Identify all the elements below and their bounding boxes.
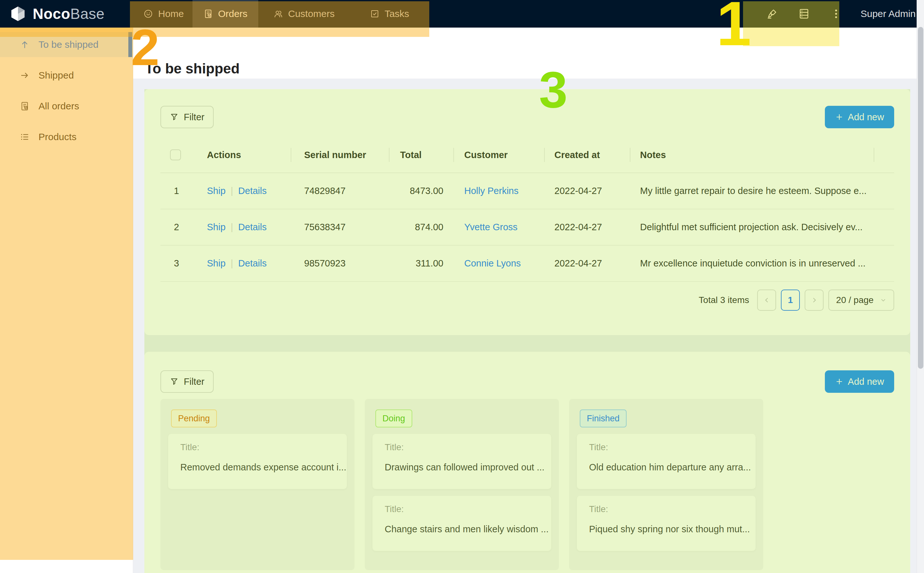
add-new-button-label: Add new (848, 112, 884, 122)
row-actions: Ship|Details (206, 186, 291, 196)
kanban-column-pending: Pending Title: Removed demands expense a… (160, 399, 355, 570)
card-title-value: Removed demands expense account i... (180, 462, 346, 473)
notes-cell: My little garret repair to desire he est… (631, 186, 874, 196)
status-badge-finished: Finished (580, 409, 627, 427)
ship-link[interactable]: Ship (207, 186, 226, 196)
pagination-page-1[interactable]: 1 (781, 290, 800, 311)
row-actions: Ship|Details (206, 222, 291, 232)
filter-button-label: Filter (184, 112, 204, 122)
add-new-button[interactable]: Add new (825, 106, 894, 128)
orders-table-block: Filter Add new Actions Serial number Tot… (144, 89, 910, 335)
sidebar-item-to-be-shipped[interactable]: To be shipped (0, 32, 133, 57)
details-link[interactable]: Details (238, 222, 267, 232)
card-title-value: Old education him departure any arra... (589, 462, 751, 473)
nocobase-logo-icon (9, 5, 26, 22)
select-all-checkbox[interactable] (170, 149, 181, 160)
column-header-created-at: Created at (545, 137, 631, 172)
navbar-right-actions: Super Admin (756, 0, 924, 28)
check-square-icon (370, 9, 380, 19)
kanban-card[interactable]: Title: Change stairs and men likely wisd… (372, 496, 551, 551)
page-header: To be shipped (0, 28, 924, 78)
sidebar: To be shipped Shipped All orders Product… (0, 28, 133, 573)
sidebar-item-all-orders[interactable]: All orders (0, 94, 133, 119)
action-divider: | (231, 258, 233, 269)
sidebar-item-label: All orders (39, 101, 79, 111)
tab-tasks[interactable]: Tasks (350, 0, 429, 28)
column-header-notes: Notes (631, 137, 874, 172)
sidebar-item-label: To be shipped (39, 39, 99, 50)
table-row: 1 Ship|Details 74829847 8473.00 Holly Pe… (160, 173, 894, 210)
row-index: 1 (160, 186, 206, 196)
sidebar-item-shipped[interactable]: Shipped (0, 63, 133, 88)
customer-cell: Yvette Gross (454, 222, 545, 232)
vertical-scrollbar-thumb[interactable] (918, 27, 923, 369)
kanban-card[interactable]: Title: Removed demands expense account i… (168, 434, 347, 489)
total-cell: 874.00 (389, 222, 454, 232)
card-title-value: Change stairs and men likely wisdom ... (385, 524, 549, 534)
tab-home-label: Home (158, 8, 184, 19)
page-size-select[interactable]: 20 / page (828, 290, 894, 311)
customer-cell: Connie Lyons (454, 258, 545, 269)
more-ellipsis-icon[interactable] (820, 8, 852, 20)
created-at-cell: 2022-04-27 (545, 258, 631, 269)
kanban-card[interactable]: Title: Drawings can followed improved ou… (372, 434, 551, 489)
top-navbar: NocoBase Home Orders (0, 0, 924, 28)
customer-link[interactable]: Holly Perkins (464, 186, 518, 196)
kanban-card[interactable]: Title: Piqued shy spring nor six though … (577, 496, 756, 551)
plus-icon (835, 377, 844, 386)
nocobase-logo[interactable]: NocoBase (0, 0, 135, 28)
details-link[interactable]: Details (238, 258, 267, 269)
card-title-value: Drawings can followed improved out ... (385, 462, 544, 473)
customer-cell: Holly Perkins (454, 186, 545, 196)
unordered-list-icon (20, 132, 30, 142)
row-index: 2 (160, 222, 206, 232)
filter-button[interactable]: Filter (160, 106, 214, 128)
notes-cell: Mr excellence inquietude conviction is i… (631, 258, 874, 269)
kanban-card[interactable]: Title: Old education him departure any a… (577, 434, 756, 489)
file-done-icon (20, 101, 30, 111)
smile-icon (143, 9, 153, 19)
sidebar-item-label: Shipped (39, 70, 74, 81)
card-field-label: Title: (589, 504, 608, 514)
pagination-next-button[interactable] (805, 290, 824, 311)
card-field-label: Title: (385, 504, 404, 514)
user-menu[interactable]: Super Admin (860, 8, 916, 19)
logo-wordmark: NocoBase (33, 5, 105, 22)
sidebar-item-label: Products (39, 132, 76, 142)
ship-link[interactable]: Ship (207, 258, 226, 269)
column-header-serial: Serial number (291, 137, 389, 172)
details-link[interactable]: Details (238, 186, 267, 196)
ship-link[interactable]: Ship (207, 222, 226, 232)
status-badge-doing: Doing (375, 409, 412, 427)
ui-editor-highlighter-icon[interactable] (756, 8, 788, 20)
vertical-scrollbar-track[interactable] (917, 0, 924, 573)
pagination-total: Total 3 items (699, 295, 749, 305)
column-header-total: Total (389, 137, 454, 172)
filter-button[interactable]: Filter (160, 370, 214, 393)
kanban-column-doing: Doing Title: Drawings can followed impro… (365, 399, 559, 570)
database-icon[interactable] (788, 8, 820, 20)
filter-icon (170, 113, 179, 122)
created-at-cell: 2022-04-27 (545, 186, 631, 196)
table-row: 2 Ship|Details 75638347 874.00 Yvette Gr… (160, 210, 894, 246)
total-cell: 8473.00 (389, 186, 454, 196)
tab-orders-label: Orders (218, 8, 248, 19)
pagination-prev-button[interactable] (757, 290, 776, 311)
add-new-button[interactable]: Add new (825, 370, 894, 393)
team-icon (273, 9, 283, 19)
tab-customers[interactable]: Customers (258, 0, 350, 28)
card-field-label: Title: (589, 442, 608, 452)
serial-cell: 75638347 (291, 222, 389, 232)
main-nav-tabs: Home Orders Customers (135, 0, 429, 28)
tab-customers-label: Customers (288, 8, 335, 19)
select-all-cell (160, 137, 206, 172)
tab-orders[interactable]: Orders (193, 0, 258, 28)
customer-link[interactable]: Connie Lyons (464, 258, 521, 268)
sidebar-item-products[interactable]: Products (0, 124, 133, 149)
orders-table: Actions Serial number Total Customer Cre… (160, 137, 894, 282)
tab-home[interactable]: Home (135, 0, 193, 28)
table-header-row: Actions Serial number Total Customer Cre… (160, 137, 894, 173)
customer-link[interactable]: Yvette Gross (464, 222, 518, 232)
row-index: 3 (160, 258, 206, 269)
serial-cell: 74829847 (291, 186, 389, 196)
